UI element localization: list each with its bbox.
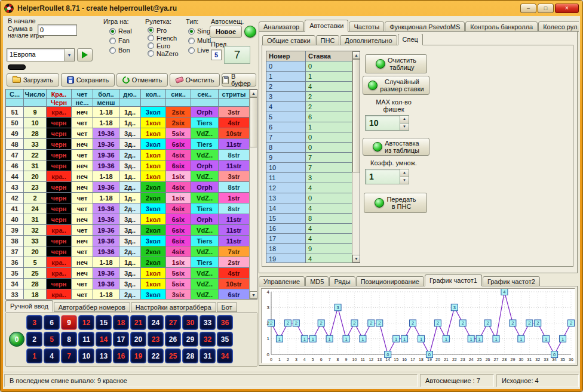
board-cell-8[interactable]: 8 — [61, 332, 77, 347]
close-button[interactable]: × — [555, 4, 579, 13]
board-cell-23[interactable]: 23 — [148, 332, 164, 347]
subtab-1[interactable]: ПНС — [316, 35, 340, 45]
board-cell-25[interactable]: 25 — [165, 348, 181, 363]
chart-tab-1[interactable]: MD5 — [305, 276, 329, 286]
bet-value-cell[interactable]: 4 — [306, 203, 352, 214]
chart-tab-5[interactable]: График частот2 — [483, 276, 540, 286]
scroll-down-button[interactable]: ▼ — [352, 255, 360, 263]
board-cell-3[interactable]: 3 — [26, 315, 42, 330]
board-cell-14[interactable]: 14 — [96, 332, 112, 347]
bet-value-cell[interactable]: 4 — [306, 254, 352, 263]
left-tab-0[interactable]: Ручной ввод — [5, 300, 53, 312]
board-cell-2[interactable]: 2 — [26, 332, 42, 347]
board-cell-22[interactable]: 22 — [148, 348, 164, 363]
scroll-up-button[interactable]: ▲ — [250, 89, 257, 97]
board-cell-5[interactable]: 5 — [44, 332, 60, 347]
spin-down-button[interactable]: ▼ — [400, 124, 409, 131]
bet-value-cell[interactable]: 2 — [306, 92, 352, 102]
board-cell-24[interactable]: 24 — [148, 315, 164, 330]
bet-value-cell[interactable]: 4 — [306, 183, 352, 193]
right-tab-2[interactable]: Частоты — [349, 21, 384, 32]
to-clipboard-button[interactable]: В буфер — [222, 73, 256, 87]
board-cell-26[interactable]: 26 — [165, 332, 181, 347]
board-cell-9[interactable]: 9 — [61, 315, 77, 330]
right-tab-5[interactable]: Колесо рул — [538, 21, 579, 32]
chart-tab-0[interactable]: Управление — [259, 276, 305, 286]
board-cell-36[interactable]: 36 — [217, 315, 233, 330]
spin-up-button[interactable]: ▲ — [400, 116, 409, 124]
board-cell-29[interactable]: 29 — [182, 332, 198, 347]
collapse-pill[interactable] — [8, 64, 26, 70]
board-cell-11[interactable]: 11 — [78, 332, 94, 347]
board-cell-15[interactable]: 15 — [96, 315, 112, 330]
bet-value-cell[interactable]: 4 — [306, 234, 352, 244]
board-cell-20[interactable]: 20 — [130, 332, 146, 347]
board-cell-34[interactable]: 34 — [217, 348, 233, 363]
chart-tab-3[interactable]: Позиционирование — [356, 276, 424, 286]
left-tab-3[interactable]: Бот — [217, 302, 237, 312]
game-on-option-real[interactable]: Real — [109, 26, 132, 36]
game-select[interactable]: 1Европа ▼ — [7, 48, 75, 61]
board-cell-16[interactable]: 16 — [113, 348, 129, 363]
max-chips-value[interactable]: 10 — [366, 116, 400, 130]
type-option-live[interactable]: Live — [188, 45, 211, 55]
scrollbar-thumb[interactable] — [250, 97, 257, 147]
subtab-2[interactable]: Дополнительно — [340, 35, 397, 45]
board-cell-33[interactable]: 33 — [200, 315, 216, 330]
scrollbar-thumb[interactable] — [352, 59, 360, 172]
board-cell-27[interactable]: 27 — [165, 315, 181, 330]
bet-value-cell[interactable]: 6 — [306, 112, 352, 122]
transfer-to-pns-button[interactable]: Передать в ПНС — [364, 193, 427, 213]
board-cell-12[interactable]: 12 — [78, 315, 94, 330]
game-on-option-fan[interactable]: Fan — [109, 36, 132, 45]
roulette-option-nazero[interactable]: NaZero — [148, 50, 179, 57]
subtab-0[interactable]: Общие ставки — [262, 35, 315, 45]
bet-value-cell[interactable]: 3 — [306, 173, 352, 183]
random-bet-size-button[interactable]: Случайный размер ставки — [363, 76, 429, 95]
bet-value-cell[interactable]: 0 — [306, 132, 352, 143]
window-titlebar[interactable]: HelperRoullet 8.71 - create helperroulle… — [1, 1, 582, 16]
board-cell-32[interactable]: 32 — [200, 332, 216, 347]
bet-value-cell[interactable]: 7 — [306, 163, 352, 173]
subtab-3[interactable]: Спец — [398, 34, 423, 45]
bet-value-cell[interactable]: 0 — [306, 61, 352, 72]
bet-value-cell[interactable]: 8 — [306, 214, 352, 224]
board-cell-21[interactable]: 21 — [130, 315, 146, 330]
right-tab-1[interactable]: Автоставки — [305, 20, 348, 32]
bet-value-cell[interactable]: 9 — [306, 244, 352, 254]
roulette-option-pro[interactable]: Pro — [148, 26, 179, 34]
type-option-singl[interactable]: Singl — [188, 26, 211, 36]
spin-down-button[interactable]: ▼ — [400, 177, 409, 184]
autoshift-icon[interactable] — [244, 26, 256, 38]
board-cell-19[interactable]: 19 — [130, 348, 146, 363]
bet-value-cell[interactable]: 1 — [306, 122, 352, 132]
board-cell-18[interactable]: 18 — [113, 315, 129, 330]
board-cell-31[interactable]: 31 — [200, 348, 216, 363]
minimize-button[interactable]: – — [520, 4, 536, 13]
clear-table-button[interactable]: Очистить таблицу — [365, 54, 427, 73]
bet-value-cell[interactable]: 2 — [306, 102, 352, 112]
left-tab-2[interactable]: Настройки автограббера — [131, 302, 216, 312]
bet-value-cell[interactable]: 1 — [306, 72, 352, 82]
clear-button[interactable]: Очистить — [170, 73, 220, 87]
right-tab-0[interactable]: Анализатор — [259, 21, 304, 32]
type-option-multi[interactable]: Multi — [188, 36, 211, 45]
max-chips-input[interactable]: 10 ▲ ▼ — [365, 115, 409, 131]
new-button[interactable]: Новое — [210, 26, 242, 38]
board-cell-0[interactable]: 0 — [9, 332, 24, 347]
right-tab-4[interactable]: Контроль банкролла — [465, 21, 538, 32]
start-sum-input[interactable]: 0 — [38, 24, 77, 36]
history-scrollbar[interactable]: ▲▼ — [249, 89, 257, 299]
roulette-option-french[interactable]: French — [148, 34, 179, 42]
scroll-up-button[interactable]: ▲ — [352, 51, 360, 59]
board-cell-1[interactable]: 1 — [26, 348, 42, 363]
load-button[interactable]: Загрузить — [7, 73, 59, 87]
left-tab-1[interactable]: Автограббер номеров — [54, 302, 130, 312]
board-cell-13[interactable]: 13 — [96, 348, 112, 363]
chart-tab-4[interactable]: График частот1 — [425, 274, 482, 286]
dropdown-arrow-icon[interactable]: ▼ — [64, 49, 74, 61]
start-button[interactable] — [77, 48, 93, 61]
board-cell-30[interactable]: 30 — [182, 315, 198, 330]
bet-value-cell[interactable]: 0 — [306, 193, 352, 203]
bet-value-cell[interactable]: 7 — [306, 153, 352, 163]
